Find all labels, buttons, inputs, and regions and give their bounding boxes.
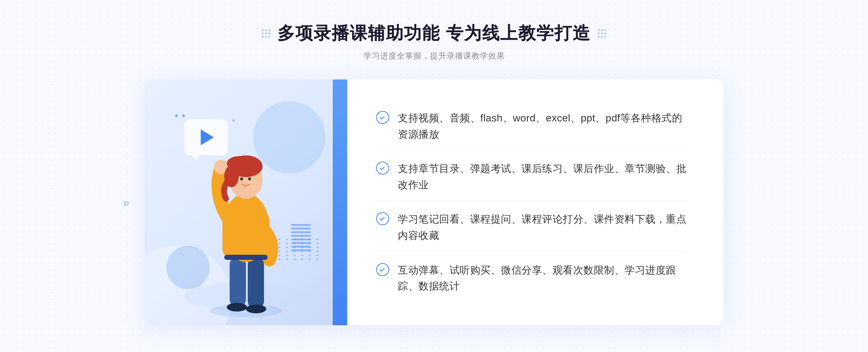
svg-rect-3 [248, 257, 264, 309]
svg-rect-2 [230, 257, 246, 307]
feature-text-4: 互动弹幕、试听购买、微信分享、观看次数限制、学习进度跟踪、数据统计 [398, 262, 687, 295]
feature-item-4: 互动弹幕、试听购买、微信分享、观看次数限制、学习进度跟踪、数据统计 [376, 255, 687, 302]
page-wrapper: 多项录播课辅助功能 专为线上教学打造 学习进度全掌握，提升录播课教学效果 » [0, 0, 868, 352]
person-figure [174, 123, 311, 325]
header-section: 多项录播课辅助功能 专为线上教学打造 学习进度全掌握，提升录播课教学效果 [262, 22, 606, 61]
blue-stripe [333, 80, 347, 325]
check-icon-1 [376, 111, 389, 124]
svg-point-14 [240, 177, 243, 180]
check-icon-2 [376, 162, 389, 175]
check-icon-3 [376, 212, 389, 225]
feature-text-2: 支持章节目录、弹题考试、课后练习、课后作业、章节测验、批改作业 [398, 161, 687, 193]
svg-point-4 [227, 303, 247, 312]
main-card: » ✦ ✦ ✦ [145, 80, 723, 325]
svg-point-13 [227, 156, 252, 171]
star-decoration-left: ✦ ✦ [174, 112, 186, 120]
content-area: 多项录播课辅助功能 专为线上教学打造 学习进度全掌握，提升录播课教学效果 » [0, 22, 868, 325]
feature-item-3: 学习笔记回看、课程提问、课程评论打分、课件资料下载，重点内容收藏 [376, 204, 687, 252]
svg-point-5 [246, 305, 266, 313]
chevron-icon: » [123, 196, 129, 209]
title-dots-right [598, 29, 606, 38]
features-area: 支持视频、音频、flash、word、excel、ppt、pdf等各种格式的资源… [347, 80, 723, 325]
feature-item-2: 支持章节目录、弹题考试、课后练习、课后作业、章节测验、批改作业 [376, 154, 687, 201]
illustration-area: ✦ ✦ ✦ [145, 80, 347, 325]
svg-point-15 [248, 177, 251, 180]
check-icon-4 [376, 263, 389, 276]
feature-item-1: 支持视频、音频、flash、word、excel、ppt、pdf等各种格式的资源… [376, 103, 687, 150]
title-row: 多项录播课辅助功能 专为线上教学打造 [262, 22, 606, 45]
feature-text-3: 学习笔记回看、课程提问、课程评论打分、课件资料下载，重点内容收藏 [398, 211, 687, 244]
star-decoration-right: ✦ [231, 117, 236, 123]
feature-text-1: 支持视频、音频、flash、word、excel、ppt、pdf等各种格式的资源… [398, 110, 687, 143]
left-chevrons: » [123, 196, 129, 209]
page-subtitle: 学习进度全掌握，提升录播课教学效果 [262, 51, 606, 61]
svg-rect-16 [224, 255, 268, 260]
page-title: 多项录播课辅助功能 专为线上教学打造 [277, 22, 590, 45]
title-dots-left [262, 29, 270, 38]
